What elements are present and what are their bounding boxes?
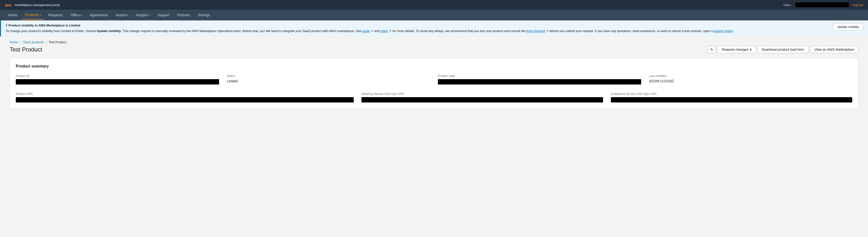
alert-banner: ℹ Product visibility in AWS Marketplace … [0,21,868,36]
nav-item-products[interactable]: Products ▾ [22,10,44,20]
logout-link[interactable]: Log out [853,3,863,7]
offers-chevron-icon: ▾ [81,14,82,17]
assets-chevron-icon: ▾ [127,14,128,17]
breadcrumb-saas-products[interactable]: SaaS products [23,40,44,44]
refresh-button[interactable]: ↻ [708,46,716,53]
info-icon: ℹ [6,23,7,27]
status-label: Status [227,74,430,78]
request-changes-button[interactable]: Request changes ▾ [718,46,756,53]
nav-item-settings[interactable]: Settings [194,11,214,20]
entitlement-sns-field: Entitlement Service SNS topic ARN [611,92,852,102]
top-bar-left: aws marketplace management portal [5,2,60,7]
products-chevron-icon: ▾ [39,13,41,16]
product-code-value-redacted [438,79,641,85]
breadcrumb-home[interactable]: Home [10,40,18,44]
nav-item-offers[interactable]: Offers ▾ [67,11,85,20]
nav-item-partners[interactable]: Partners [174,11,193,20]
alert-title: ℹ Product visibility in AWS Marketplace … [6,23,829,27]
portal-title: marketplace management portal [14,3,60,7]
username-redacted [796,2,849,7]
product-code-field: Product code [438,74,641,85]
summary-bottom-grid: Product ARN Metering Service SNS topic A… [16,92,852,102]
nav-item-support[interactable]: Support [154,11,173,20]
card-title: Product summary [16,64,852,68]
page-header: Test Product ↻ Request changes ▾ Downloa… [10,46,858,53]
last-modified-value: 2023年12月20日 [649,79,852,84]
product-id-field: Product ID [16,74,219,85]
entitlement-sns-label: Entitlement Service SNS topic ARN [611,92,852,96]
download-product-load-form-button[interactable]: Download product load form [757,46,808,53]
page-actions: ↻ Request changes ▾ Download product loa… [708,46,858,53]
page-title: Test Product [10,46,42,53]
breadcrumb: Home › SaaS products › Test Product [0,36,868,46]
nav-item-agreements[interactable]: Agreements [86,11,111,20]
update-visibility-button[interactable]: Update visibility [833,23,863,30]
top-bar-right: Hello, Log out [783,2,863,7]
nav-bar: Home Products ▾ Requests Offers ▾ Agreem… [0,10,868,21]
product-summary-card: Product summary Product ID Status Limite… [10,58,858,109]
product-arn-field: Product ARN [16,92,354,102]
refresh-icon: ↻ [710,48,713,52]
metering-sns-label: Metering Service SNS topic ARN [362,92,603,96]
nav-item-assets[interactable]: Assets ▾ [112,11,131,20]
request-changes-chevron-icon: ▾ [750,48,751,52]
nav-item-home[interactable]: Home [5,11,21,20]
insights-chevron-icon: ▾ [149,14,150,17]
status-value: Limited [227,79,430,83]
last-modified-field: Last modified 2023年12月20日 [649,74,852,85]
hello-text: Hello, [783,3,791,7]
breadcrumb-sep-2: › [45,40,46,44]
last-modified-label: Last modified [649,74,852,78]
support-ticket-link[interactable]: support ticket [714,29,733,33]
aws-logo: aws [5,2,12,7]
nav-item-insights[interactable]: Insights ▾ [132,11,153,20]
checklist-link[interactable]: final checklist [526,29,545,33]
view-on-marketplace-button[interactable]: View on AWS Marketplace [810,46,858,53]
product-id-label: Product ID [16,74,219,78]
metering-sns-field: Metering Service SNS topic ARN [362,92,603,102]
top-bar: aws marketplace management portal Hello,… [0,0,868,10]
product-id-value-redacted [16,79,219,85]
aws-logo-icon: aws [5,2,12,7]
video-link[interactable]: video [380,29,388,33]
entitlement-sns-value-redacted [611,97,852,102]
status-field: Status Limited [227,74,430,85]
breadcrumb-current: Test Product [49,40,66,44]
nav-item-requests[interactable]: Requests [45,11,66,20]
product-code-label: Product code [438,74,641,78]
product-arn-value-redacted [16,97,354,102]
svg-text:aws: aws [5,3,11,7]
metering-sns-value-redacted [362,97,603,102]
alert-text: To change your product's visibility from… [6,29,829,33]
product-arn-label: Product ARN [16,92,354,96]
breadcrumb-sep-1: › [20,40,21,44]
alert-content: ℹ Product visibility in AWS Marketplace … [6,23,829,33]
main-content: Test Product ↻ Request changes ▾ Downloa… [0,46,868,118]
summary-top-grid: Product ID Status Limited Product code L… [16,74,852,85]
guide-link[interactable]: guide [362,29,370,33]
